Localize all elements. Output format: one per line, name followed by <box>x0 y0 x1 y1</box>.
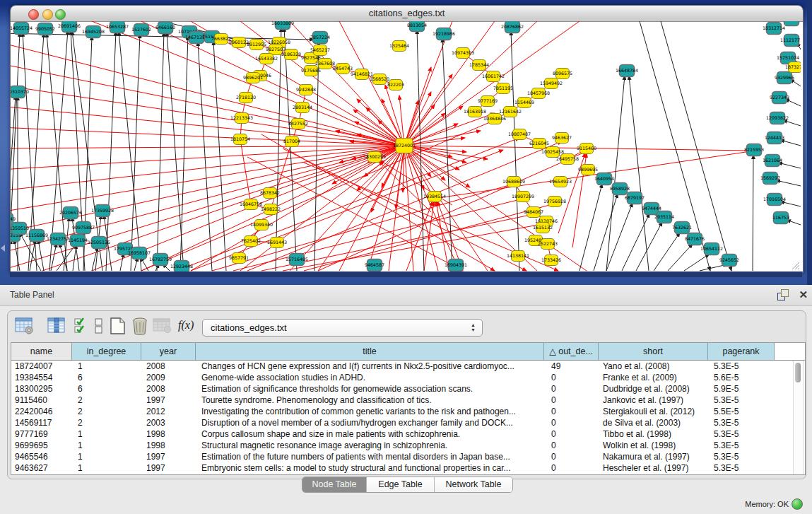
select-columns-icon[interactable] <box>47 317 66 335</box>
cell-year: 2008 <box>146 361 194 372</box>
cell-short: Franke et al. (2009) <box>603 372 707 383</box>
table-row[interactable]: 946554611997Estimation of the future num… <box>11 451 805 462</box>
cell-year: 1997 <box>146 395 194 406</box>
node-table-body: 1872400712008Changes of HCN gene express… <box>11 361 805 474</box>
cell-pagerank: 5.6E-5 <box>714 372 773 383</box>
close-panel-icon[interactable]: ✕ <box>799 288 808 301</box>
cell-year: 2008 <box>146 383 194 395</box>
cell-name: 9777169 <box>15 428 71 440</box>
cell-name: 19384554 <box>15 372 71 383</box>
cell-out_degree: 0 <box>551 417 597 428</box>
cell-pagerank: 5.3E-5 <box>714 428 773 440</box>
cell-year: 2009 <box>146 372 194 383</box>
cell-in_degree: 1 <box>78 428 140 440</box>
row-height-icon[interactable] <box>94 317 104 335</box>
cell-name: 9463627 <box>15 462 71 474</box>
tab-network-table[interactable]: Network Table <box>435 477 512 492</box>
network-canvas[interactable] <box>11 22 803 271</box>
cell-in_degree: 6 <box>78 372 140 383</box>
cell-pagerank: 5.3E-5 <box>714 462 773 474</box>
node-table: namein_degreeyeartitle△ out_de...shortpa… <box>11 342 806 475</box>
table-row[interactable]: 1456911722003Disruption of a novel membe… <box>11 417 805 428</box>
cell-year: 1997 <box>146 462 194 474</box>
memory-status-label: Memory: OK <box>745 500 789 508</box>
cell-title: Estimation of significance thresholds fo… <box>201 383 543 395</box>
table-panel-body: f(x) citations_edges.txt ▲▼ namein_degre… <box>7 310 806 479</box>
cell-in_degree: 1 <box>78 451 140 462</box>
cell-name: 9465546 <box>15 451 71 462</box>
table-row[interactable]: 1872400712008Changes of HCN gene express… <box>11 361 805 372</box>
cell-title: Corpus callosum shape and size in male p… <box>201 428 543 440</box>
network-table-select[interactable]: citations_edges.txt ▲▼ <box>202 319 483 337</box>
cell-title: Disruption of a novel member of a sodium… <box>201 417 543 428</box>
cell-short: Tibbo et al. (1998) <box>603 428 707 440</box>
table-row[interactable]: 1830029562008Estimation of significance … <box>11 383 805 395</box>
cell-out_degree: 0 <box>551 395 597 406</box>
panel-collapse-arrow-icon[interactable] <box>1 245 5 252</box>
column-header-out_degree[interactable]: △ out_de... <box>544 343 599 360</box>
cell-pagerank: 5.9E-5 <box>714 383 773 395</box>
cell-in_degree: 2 <box>78 417 140 428</box>
cell-title: Structural magnetic resonance image aver… <box>201 440 543 451</box>
table-vertical-scrollbar[interactable] <box>793 361 804 474</box>
column-header-name[interactable]: name <box>11 343 72 360</box>
table-panel-title: Table Panel <box>10 290 54 300</box>
cell-title: Tourette syndrome. Phenomenology and cla… <box>201 395 543 406</box>
network-table-select-value: citations_edges.txt <box>211 322 287 333</box>
float-panel-icon[interactable] <box>777 289 789 300</box>
cell-title: Estimation of the future numbers of pati… <box>201 451 543 462</box>
cell-name: 9115460 <box>15 395 71 406</box>
memory-status-indicator[interactable] <box>792 498 803 510</box>
table-row[interactable]: 969969511998Structural magnetic resonanc… <box>11 440 805 451</box>
cell-title: Genome-wide association studies in ADHD. <box>201 372 543 383</box>
select-rows-icon[interactable] <box>73 317 89 335</box>
cell-short: Yano et al. (2008) <box>603 361 707 372</box>
desktop-right-edge <box>807 0 812 285</box>
cell-pagerank: 5.5E-5 <box>714 406 773 417</box>
tab-edge-table[interactable]: Edge Table <box>367 477 435 492</box>
window-title: citations_edges.txt <box>11 8 803 18</box>
table-row[interactable]: 911546021997Tourette syndrome. Phenomeno… <box>11 395 805 406</box>
table-row[interactable]: 946362711997Embryonic stem cells: a mode… <box>11 462 805 474</box>
import-table-icon <box>153 317 172 334</box>
function-builder-icon[interactable]: f(x) <box>178 319 194 332</box>
cell-name: 22420046 <box>15 406 71 417</box>
cell-pagerank: 5.3E-5 <box>714 417 773 428</box>
cell-out_degree: 0 <box>551 462 597 474</box>
column-header-pagerank[interactable]: pagerank <box>708 343 775 360</box>
cell-in_degree: 2 <box>78 406 140 417</box>
scrollbar-thumb[interactable] <box>795 363 801 382</box>
column-header-year[interactable]: year <box>141 343 196 360</box>
cell-short: Stergiakouli et al. (2012) <box>603 406 707 417</box>
cell-year: 1998 <box>146 440 194 451</box>
cell-pagerank: 5.3E-5 <box>714 361 773 372</box>
table-row[interactable]: 1938455462009Genome-wide association stu… <box>11 372 805 383</box>
window-bottom-shadow <box>10 271 802 277</box>
cell-name: 18300295 <box>15 383 71 395</box>
cell-year: 2012 <box>146 406 194 417</box>
cell-out_degree: 0 <box>551 372 597 383</box>
column-header-in_degree[interactable]: in_degree <box>72 343 141 360</box>
cell-out_degree: 0 <box>551 440 597 451</box>
table-panel-titlebar[interactable]: Table Panel ✕ <box>0 285 812 306</box>
table-panel: Table Panel ✕ <box>0 285 812 514</box>
cell-short: Dudbridge et al. (2008) <box>603 383 707 395</box>
cell-in_degree: 6 <box>78 383 140 395</box>
column-header-title[interactable]: title <box>196 343 544 360</box>
node-table-header: namein_degreeyeartitle△ out_de...shortpa… <box>11 343 805 361</box>
column-header-short[interactable]: short <box>599 343 708 360</box>
delete-table-icon[interactable] <box>130 317 150 336</box>
cell-short: Wolkin et al. (1998) <box>603 440 707 451</box>
cell-year: 2003 <box>146 417 194 428</box>
tab-node-table[interactable]: Node Table <box>302 477 367 492</box>
network-window[interactable]: citations_edges.txt <box>10 5 804 273</box>
cell-pagerank: 5.3E-5 <box>714 451 773 462</box>
network-window-titlebar[interactable]: citations_edges.txt <box>11 6 803 22</box>
cell-name: 14569117 <box>15 417 71 428</box>
cell-short: Nakamura et al. (1997) <box>603 451 707 462</box>
table-row[interactable]: 2242004622012Investigating the contribut… <box>11 406 805 417</box>
cell-title: Investigating the contribution of common… <box>201 406 543 417</box>
table-settings-icon[interactable] <box>15 317 34 335</box>
new-table-icon[interactable] <box>108 317 128 336</box>
table-row[interactable]: 977716911998Corpus callosum shape and si… <box>11 428 805 440</box>
